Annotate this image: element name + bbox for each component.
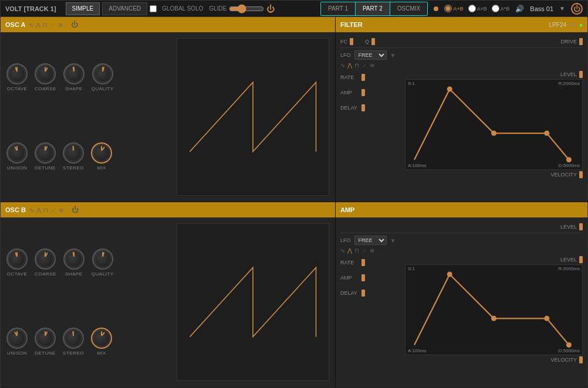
osc-a-header: OSC A ∿ ⋀ ⊓ ⟋ ≋ ⏻ [1,17,335,32]
amp-lfo-dropdown[interactable]: ▼ [390,237,396,244]
main-power-button[interactable]: ⏻ [571,3,583,15]
preset-dropdown-button[interactable]: ▼ [559,5,565,12]
top-right: PART 1 PART 2 OSCMIX A+B A×B A*B [320,2,583,16]
wave-sine-icon-a[interactable]: ∿ [29,22,33,28]
filter-q-group: Q [365,38,375,45]
osc-b-mix-knob[interactable] [91,328,112,349]
amp-rate-indicator[interactable] [361,259,365,266]
part1-tab[interactable]: PART 1 [321,2,356,15]
filter-level-indicator[interactable] [579,71,583,78]
wave-sine-icon-b[interactable]: ∿ [29,207,34,213]
osc-b-power-icon[interactable]: ⏻ [72,206,79,214]
part2-tab[interactable]: PART 2 [356,2,390,15]
osc-b-octave-knob[interactable] [6,249,28,270]
wave-tri-icon-b[interactable]: ⋀ [36,207,41,213]
filter-lfo-noise-icon[interactable]: ≋ [370,62,374,69]
osc-a-mix-knob-group: MIX [91,142,112,171]
osc-b-unison-label: UNISON [7,350,27,356]
axb-radio[interactable] [468,5,476,12]
filter-dropdown-arrow[interactable]: ▼ [570,22,576,28]
amp-lfo-square-icon[interactable]: ⊓ [354,247,359,254]
osc-b-body: OCTAVE COARSE SHAPE [1,217,335,387]
filter-rate-indicator[interactable] [361,74,365,81]
osc-a-coarse-knob[interactable] [35,63,56,84]
osc-b-quality-knob[interactable] [92,249,113,270]
amp-amp-indicator[interactable] [361,274,365,281]
power-button[interactable]: ⏻ [266,4,275,13]
filter-attack-label: A:100ms [408,163,427,168]
apb-radio[interactable] [444,5,452,12]
osc-b-shape-knob[interactable] [63,249,85,270]
wave-tri-icon-a[interactable]: ⋀ [36,22,40,28]
osc-b-coarse-knob[interactable] [35,249,56,270]
simple-tab[interactable]: SIMPLE [66,2,100,15]
osc-a-knob-row-1: OCTAVE COARSE SHAPE [6,63,171,91]
axb-option[interactable]: A×B [468,5,487,12]
amp-top-level-label: LEVEL [560,224,577,230]
osc-a-quality-knob[interactable] [92,63,113,84]
filter-lfo-shapes: ∿ ⋀ ⊓ ⟋ ≋ [340,62,583,69]
wave-square-icon-b[interactable]: ⊓ [43,207,48,213]
amp-delay-indicator[interactable] [361,290,365,297]
filter-delay-indicator[interactable] [361,104,365,111]
amp-velocity-indicator[interactable] [579,356,583,363]
osc-a-shape-knob[interactable] [63,63,85,84]
osc-a-coarse-label: COARSE [35,86,56,91]
amp-env-graph: A:100ms D:5000ms S:1 R:2000ms [405,264,583,355]
amp-sustain-label: S:1 [408,266,415,271]
osc-b-unison-knob[interactable] [6,328,28,349]
osc-b-detune-knob[interactable] [35,328,56,349]
filter-sr-labels: S:1 R:2000ms [405,81,582,86]
osc-a-detune-knob[interactable] [35,142,56,164]
wave-noise-icon-a[interactable]: ≋ [58,22,63,28]
filter-type: LPF24 [549,22,566,28]
wave-saw-icon-b[interactable]: ⟋ [50,207,56,213]
filter-fc-indicator[interactable] [350,38,353,45]
window-title: VOLT [TRACK 1] [5,5,56,12]
osc-a-mix-label: MIX [97,165,106,171]
filter-lfo-dropdown[interactable]: ▼ [390,52,396,59]
wave-noise-icon-b[interactable]: ≋ [59,207,63,213]
filter-env-graph-area: LEVEL [405,71,583,178]
wave-square-icon-a[interactable]: ⊓ [43,22,48,28]
osc-a-stereo-knob[interactable] [63,142,84,164]
amp-lfo-noise-icon[interactable]: ≋ [370,247,374,254]
filter-lfo-select[interactable]: FREE SYNC ENV [354,50,387,60]
osc-a-knob-row-2: UNISON DETUNE STEREO [6,142,171,171]
osc-b-knob-row-2: UNISON DETUNE STEREO [6,328,171,356]
filter-lfo-sh-icon[interactable]: ⟋ [361,62,367,69]
filter-velocity-row: VELOCITY [405,171,583,178]
osc-a-octave-knob[interactable] [6,63,28,84]
filter-power-icon[interactable]: ● [579,22,583,28]
amp-amp-label: AMP [340,275,358,281]
amp-lfo-sh-icon[interactable]: ⟋ [361,247,367,254]
filter-lfo-sine-icon[interactable]: ∿ [340,62,345,69]
apb-option[interactable]: A+B [444,5,463,12]
osc-a-power-icon[interactable]: ⏻ [71,21,78,29]
osc-a-unison-knob[interactable] [6,142,28,164]
amp-lfo-tri-icon[interactable]: ⋀ [347,247,352,254]
asteriskb-radio[interactable] [492,5,499,12]
wave-saw-icon-a[interactable]: ⟋ [50,22,56,28]
amp-lfo-select[interactable]: FREE SYNC ENV [354,236,387,245]
filter-lfo-square-icon[interactable]: ⊓ [354,62,359,69]
oscmix-tab[interactable]: OSCMIX [390,2,427,15]
osc-b-stereo-knob[interactable] [63,328,84,349]
osc-a-mix-knob[interactable] [91,142,112,164]
filter-amp-indicator[interactable] [361,89,365,96]
filter-lfo-tri-icon[interactable]: ⋀ [347,62,352,69]
filter-drive-indicator[interactable] [579,38,583,45]
amp-lfo-sine-icon[interactable]: ∿ [340,247,345,254]
global-solo-checkbox[interactable] [150,5,157,12]
filter-velocity-indicator[interactable] [579,171,583,178]
advanced-tab[interactable]: ADVANCED [102,2,147,15]
glide-slider[interactable] [229,6,264,11]
osc-b-stereo-knob-group: STEREO [63,328,84,356]
osc-b-unison-knob-group: UNISON [6,328,28,356]
asteriskb-option[interactable]: A*B [492,5,510,12]
amp-level-indicator[interactable] [579,256,583,263]
filter-q-indicator[interactable] [371,38,375,45]
amp-top-level-indicator[interactable] [579,223,583,230]
osc-a-detune-knob-group: DETUNE [35,142,56,171]
part-tabs: PART 1 PART 2 OSCMIX [320,2,428,16]
